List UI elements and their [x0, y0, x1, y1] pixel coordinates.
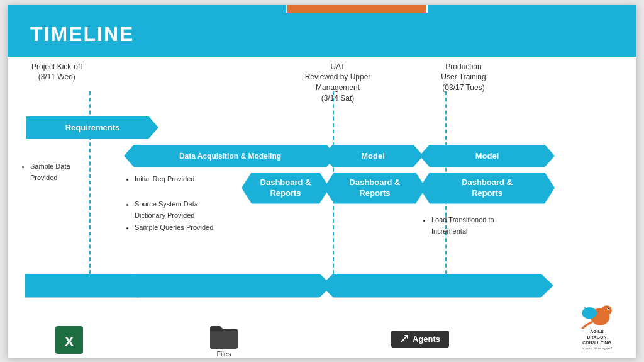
- bullets-source: Source System DataDictionary Provided Sa…: [126, 198, 213, 234]
- svg-point-3: [582, 307, 597, 319]
- dashboard-3-arrow: Dashboard &Reports: [419, 173, 555, 204]
- agents-button[interactable]: Agents: [391, 331, 449, 348]
- model-1-arrow: Model: [323, 145, 423, 167]
- bottom-arrow-3: [321, 274, 553, 298]
- folder-icon: [209, 324, 239, 349]
- bullets-load: Load Transitioned toIncremental: [423, 214, 494, 237]
- agents-label: Agents: [413, 334, 440, 344]
- milestone-production: ProductionUser Training(03/17 Tues): [423, 62, 504, 93]
- folder-icon-container: Files: [209, 324, 239, 358]
- bullet-load-incremental: Load Transitioned toIncremental: [431, 214, 494, 237]
- bar-orange: [287, 5, 426, 13]
- agents-icon: [400, 334, 409, 343]
- title-area: TIMELINE: [8, 13, 636, 57]
- data-acq-arrow: Data Acquisition & Modeling: [124, 145, 336, 167]
- bullet-sample-queries: Sample Queries Provided: [135, 222, 213, 234]
- slide-title: TIMELINE: [30, 23, 134, 46]
- bullets-sample: Sample DataProvided: [21, 161, 70, 184]
- bullets-req: Initial Req Provided: [126, 173, 194, 185]
- bullet-source-system: Source System DataDictionary Provided: [135, 198, 213, 222]
- svg-text:X: X: [65, 334, 74, 349]
- logo-area: AGILEDRAGONCONSULTING is your data agile…: [569, 300, 625, 350]
- bullet-initial-req: Initial Req Provided: [135, 173, 194, 185]
- bottom-arrow-2: [125, 274, 332, 298]
- main-content: Project Kick-off(3/11 Wed) UATReviewed b…: [8, 57, 636, 358]
- bar-blue-left: [8, 5, 286, 13]
- svg-point-4: [601, 305, 611, 315]
- requirements-arrow: Requirements: [26, 116, 158, 139]
- milestone-uat: UATReviewed by Upper Management(3/14 Sat…: [297, 62, 379, 104]
- top-bars: [8, 5, 636, 13]
- dashboard-1-arrow: Dashboard &Reports: [242, 173, 330, 204]
- excel-icon: X: [55, 326, 83, 354]
- slide: TIMELINE Project Kick-off(3/11 Wed) UATR…: [8, 5, 636, 358]
- dashboard-2-arrow: Dashboard &Reports: [324, 173, 426, 204]
- logo-tagline: is your data agile?: [582, 346, 613, 350]
- logo-company: AGILEDRAGONCONSULTING: [582, 329, 611, 346]
- bullet-sample-data: Sample DataProvided: [30, 161, 70, 184]
- model-2-arrow: Model: [419, 145, 555, 167]
- svg-point-6: [608, 308, 609, 309]
- excel-icon-container: X: [55, 326, 83, 354]
- folder-label: Files: [216, 350, 231, 358]
- dragon-logo: [577, 300, 618, 329]
- bar-blue-right: [428, 5, 636, 13]
- milestone-kickoff: Project Kick-off(3/11 Wed): [31, 62, 82, 83]
